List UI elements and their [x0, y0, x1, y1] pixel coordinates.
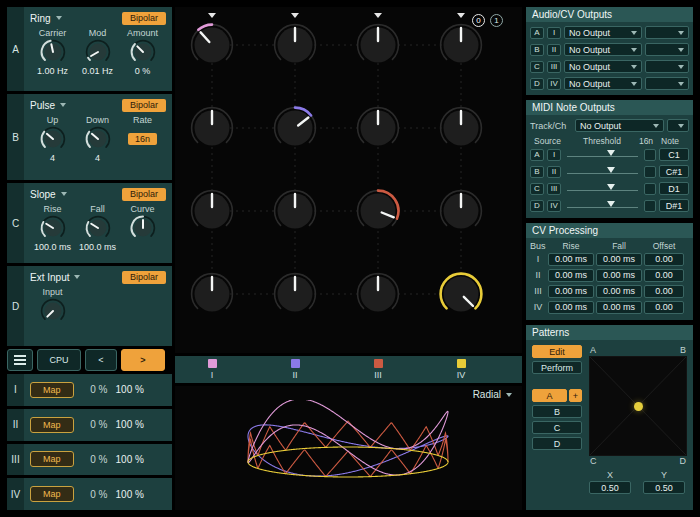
rise-value[interactable]: 0.00 ms	[548, 269, 594, 282]
carrier-value[interactable]: 1.00 Hz	[37, 66, 68, 77]
note-value[interactable]: D#1	[659, 199, 689, 212]
matrix-knob-1-3[interactable]	[439, 106, 483, 150]
mod-knob[interactable]	[85, 39, 111, 65]
source-toggle[interactable]: B	[530, 44, 544, 56]
note-value[interactable]: C1	[659, 148, 689, 161]
bipolar-toggle-a[interactable]: Bipolar	[122, 12, 166, 25]
rate-toggle[interactable]	[644, 166, 656, 178]
pattern-slot-d[interactable]: D	[532, 437, 582, 450]
xy-cursor[interactable]	[634, 402, 643, 411]
matrix-knob-2-1[interactable]	[273, 189, 317, 233]
hamburger-menu-button[interactable]	[7, 349, 33, 371]
next-page-button[interactable]: >	[121, 349, 165, 371]
source-c-type[interactable]: Slope	[30, 189, 56, 200]
channel-select[interactable]	[645, 26, 689, 39]
pattern-slot-a[interactable]: A	[532, 389, 567, 402]
bipolar-toggle-b[interactable]: Bipolar	[122, 99, 166, 112]
source-toggle[interactable]: C	[530, 183, 544, 195]
carrier-knob[interactable]	[40, 39, 66, 65]
fall-value[interactable]: 0.00 ms	[596, 301, 642, 314]
source-b-type[interactable]: Pulse	[30, 100, 55, 111]
output-select[interactable]: No Output	[564, 26, 642, 39]
map-max-value[interactable]: 100 %	[116, 454, 144, 465]
source-toggle[interactable]: D	[530, 78, 544, 90]
rise-knob[interactable]	[40, 215, 66, 241]
map-min-value[interactable]: 0 %	[82, 489, 108, 500]
cpu-button[interactable]: CPU	[37, 349, 81, 371]
matrix-knob-0-1[interactable]	[273, 23, 317, 67]
source-d-select[interactable]: D	[7, 266, 24, 346]
map-max-value[interactable]: 100 %	[116, 489, 144, 500]
bus-toggle[interactable]: I	[547, 149, 561, 161]
bus-toggle[interactable]: II	[547, 166, 561, 178]
offset-value[interactable]: 0.00	[644, 285, 684, 298]
rise-value[interactable]: 0.00 ms	[548, 285, 594, 298]
lane-color-swatch[interactable]	[291, 359, 300, 368]
map-min-value[interactable]: 0 %	[82, 384, 108, 395]
bus-toggle[interactable]: I	[547, 27, 561, 39]
bipolar-toggle-c[interactable]: Bipolar	[122, 188, 166, 201]
down-value[interactable]: 4	[95, 153, 100, 164]
channel-select[interactable]	[645, 60, 689, 73]
matrix-knob-3-0[interactable]	[190, 272, 234, 316]
fall-value[interactable]: 0.00 ms	[596, 253, 642, 266]
bus-toggle[interactable]: IV	[547, 78, 561, 90]
source-toggle[interactable]: A	[530, 27, 544, 39]
rate-toggle[interactable]	[644, 200, 656, 212]
note-value[interactable]: C#1	[659, 165, 689, 178]
matrix-page-1-button[interactable]: 1	[490, 14, 503, 27]
lane-color-swatch[interactable]	[457, 359, 466, 368]
xy-pad[interactable]	[589, 356, 687, 456]
channel-select[interactable]	[645, 77, 689, 90]
threshold-slider[interactable]	[567, 199, 638, 212]
source-d-type[interactable]: Ext Input	[30, 272, 69, 283]
source-a-type[interactable]: Ring	[30, 13, 51, 24]
pattern-slot-b[interactable]: B	[532, 405, 582, 418]
map-button[interactable]: Map	[30, 417, 74, 433]
source-b-select[interactable]: B	[7, 94, 24, 180]
map-button[interactable]: Map	[30, 451, 74, 467]
map-max-value[interactable]: 100 %	[116, 384, 144, 395]
source-toggle[interactable]: D	[530, 200, 544, 212]
add-pattern-button[interactable]: +	[569, 389, 582, 402]
mod-value[interactable]: 0.01 Hz	[82, 66, 113, 77]
map-min-value[interactable]: 0 %	[82, 454, 108, 465]
edit-button[interactable]: Edit	[532, 345, 582, 358]
midi-channel-select[interactable]	[667, 119, 689, 132]
output-select[interactable]: No Output	[564, 77, 642, 90]
view-mode-selector[interactable]: Radial	[473, 389, 512, 400]
rate-toggle[interactable]	[644, 149, 656, 161]
matrix-knob-3-2[interactable]	[356, 272, 400, 316]
slider-marker-icon[interactable]	[607, 201, 615, 207]
source-a-select[interactable]: A	[7, 7, 24, 91]
bus-toggle[interactable]: III	[547, 183, 561, 195]
matrix-knob-1-0[interactable]	[190, 106, 234, 150]
fall-value[interactable]: 0.00 ms	[596, 285, 642, 298]
rate-menu[interactable]: 16n	[128, 133, 157, 145]
midi-track-select[interactable]: No Output	[575, 119, 664, 132]
matrix-knob-3-3[interactable]	[439, 272, 483, 316]
source-toggle[interactable]: B	[530, 166, 544, 178]
matrix-knob-0-3[interactable]	[439, 23, 483, 67]
ext-input-knob[interactable]	[40, 298, 66, 324]
curve-knob[interactable]	[130, 215, 156, 241]
bus-toggle[interactable]: III	[547, 61, 561, 73]
rate-toggle[interactable]	[644, 183, 656, 195]
channel-select[interactable]	[645, 43, 689, 56]
fall-knob[interactable]	[85, 215, 111, 241]
up-value[interactable]: 4	[50, 153, 55, 164]
threshold-slider[interactable]	[567, 165, 638, 178]
matrix-knob-2-0[interactable]	[190, 189, 234, 233]
x-value[interactable]: 0.50	[589, 481, 631, 494]
map-button[interactable]: Map	[30, 382, 74, 398]
up-knob[interactable]	[40, 126, 66, 152]
map-max-value[interactable]: 100 %	[116, 419, 144, 430]
fall-value[interactable]: 100.0 ms	[79, 242, 116, 253]
threshold-slider[interactable]	[567, 148, 638, 161]
amount-knob[interactable]	[130, 39, 156, 65]
map-button[interactable]: Map	[30, 486, 74, 502]
offset-value[interactable]: 0.00	[644, 253, 684, 266]
bus-toggle[interactable]: II	[547, 44, 561, 56]
source-toggle[interactable]: A	[530, 149, 544, 161]
offset-value[interactable]: 0.00	[644, 269, 684, 282]
